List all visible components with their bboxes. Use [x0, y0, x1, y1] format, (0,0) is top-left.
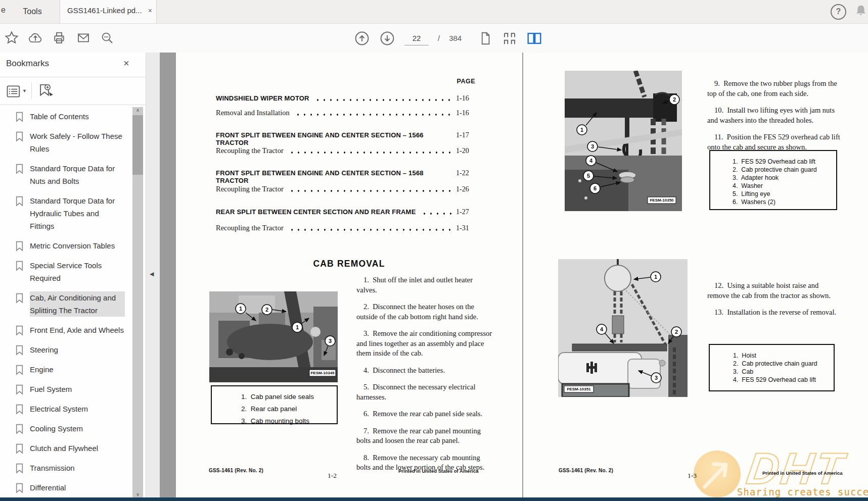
bookmark-icon: [15, 325, 24, 336]
steps-column: 1. Shut off the inlet and outlet heater …: [356, 275, 493, 480]
bookmark-icon: [15, 424, 24, 434]
bookmarks-close-icon[interactable]: ×: [123, 58, 129, 69]
svg-text:FESM-10350: FESM-10350: [650, 198, 674, 203]
steps-column-top: 9. Remove the two rubber plugs from the …: [707, 79, 841, 159]
hoist-legend: 1. Hoist 2. Cab protective chain guard 3…: [709, 344, 835, 391]
notification-bell-icon[interactable]: [854, 4, 868, 21]
bookmark-item-clutch-flywheel[interactable]: Clutch and Flywheel: [15, 442, 131, 455]
star-favorite-icon[interactable]: [4, 30, 19, 45]
toc-row: FRONT SPLIT BETWEEN ENGINE AND CENTER SE…: [216, 131, 477, 146]
toc-row: Recoupling the Tractor1-31: [216, 224, 477, 232]
footer-printed-note: Printed in United States of America: [398, 468, 479, 474]
collapse-sidebar-icon[interactable]: ◀: [150, 271, 154, 277]
footer-doc-number: GSS-1461 (Rev. No. 2): [559, 468, 613, 473]
bookmark-item-table-of-contents[interactable]: Table of Contents: [15, 110, 131, 123]
selected-bookmark: Cab, Air Conditioning and Splitting The …: [30, 291, 125, 317]
tab-document[interactable]: GSS1461-Linked pd... ×: [60, 0, 157, 23]
scroll-up-icon[interactable]: ∧: [132, 108, 143, 113]
print-icon[interactable]: [52, 30, 67, 45]
tab-document-title: GSS1461-Linked pd...: [67, 6, 142, 15]
toc-row: FRONT SPLIT BETWEEN ENGINE AND CENTER SE…: [216, 169, 477, 184]
svg-text:6: 6: [593, 185, 597, 191]
tab-home-partial[interactable]: e: [1, 6, 6, 15]
sidebar-splitter[interactable]: ◀: [146, 53, 160, 497]
svg-text:1: 1: [239, 306, 242, 312]
bookmark-item-metric-conversion[interactable]: Metric Conversion Tables: [15, 239, 131, 252]
bookmarks-panel: Bookmarks × ▼ Table of Contents Work Saf…: [0, 53, 146, 497]
tab-close-icon[interactable]: ×: [148, 7, 152, 15]
document-area: PAGE WINDSHIELD WIPER MOTOR1-16 Removal …: [160, 53, 868, 497]
bookmark-options-icon[interactable]: [6, 84, 21, 98]
pdf-toolbar: / 384: [0, 24, 868, 53]
chevron-down-icon[interactable]: ▼: [22, 88, 27, 93]
watermark-arrow-badge: [694, 450, 741, 497]
toc-row: WINDSHIELD WIPER MOTOR1-16: [216, 94, 477, 103]
watermark-brand: DHT: [744, 446, 848, 491]
bookmark-icon: [15, 483, 24, 493]
bookmark-item-torque-nuts-bolts[interactable]: Standard Torque Data for Nuts and Bolts: [15, 162, 131, 187]
bookmark-item-front-end-axle[interactable]: Front End, Axle and Wheels: [15, 324, 131, 336]
email-icon[interactable]: [76, 30, 91, 45]
bookmark-icon: [15, 261, 24, 271]
pdf-page-right: 1 2 3 4 5 6 FESM-10350 9. Remove the two…: [523, 53, 868, 497]
photo-cab-interior: 1 2 1 3 FESM-10349: [209, 291, 338, 382]
bookmark-icon: [15, 463, 24, 474]
search-icon[interactable]: [100, 30, 115, 45]
photo-label: FESM-10350: [648, 197, 676, 204]
page-number-input[interactable]: [404, 31, 429, 45]
bookmark-item-torque-hydraulic[interactable]: Standard Torque Data for Hydraulic Tubes…: [15, 194, 131, 232]
bookmark-item-engine[interactable]: Engine: [15, 363, 131, 376]
expand-current-bookmark-icon[interactable]: [37, 83, 55, 99]
bookmark-item-transmission[interactable]: Transmission: [15, 462, 131, 474]
bookmark-icon: [15, 443, 24, 454]
page-display-grid-icon[interactable]: [502, 31, 517, 46]
toc-row: Removal and Installation1-16: [216, 109, 477, 117]
cloud-upload-icon[interactable]: [28, 30, 43, 45]
toc-page-header: PAGE: [216, 78, 475, 85]
bookmarks-toolbar: ▼: [0, 77, 146, 105]
svg-text:3: 3: [329, 338, 332, 344]
photo-legend: 1. Cab panel side seals 2. Rear cab pane…: [211, 385, 338, 424]
bookmarks-list: Table of Contents Work Safely - Follow T…: [0, 105, 131, 497]
bookmark-item-special-tools[interactable]: Special Service Tools Required: [15, 259, 131, 284]
svg-text:2: 2: [675, 329, 678, 335]
svg-text:1: 1: [580, 127, 583, 133]
bookmarks-header: Bookmarks ×: [0, 53, 146, 77]
bookmark-item-steering[interactable]: Steering: [15, 343, 131, 356]
bookmark-item-differential[interactable]: Differential: [15, 481, 131, 494]
page-navigation: / 384: [354, 24, 542, 53]
bookmark-item-cooling-system[interactable]: Cooling System: [15, 422, 131, 435]
bookmark-icon: [15, 196, 24, 207]
bookmark-icon: [15, 404, 24, 415]
bookmark-item-electrical-system[interactable]: Electrical System: [15, 403, 131, 415]
scrollbar-thumb[interactable]: [132, 115, 143, 175]
two-page-view-icon[interactable]: [526, 31, 542, 46]
previous-page-icon[interactable]: [354, 30, 370, 46]
svg-text:4: 4: [589, 158, 593, 164]
bookmark-icon: [15, 365, 24, 375]
svg-text:FESM-10351: FESM-10351: [567, 387, 591, 391]
bookmark-item-work-safely[interactable]: Work Safely - Follow These Rules: [15, 130, 131, 155]
bookmark-icon: [15, 112, 24, 122]
page-total: 384: [449, 34, 462, 42]
bookmark-icon: [15, 384, 24, 395]
bookmark-item-fuel-system[interactable]: Fuel System: [15, 383, 131, 395]
footer-printed-note: Printed in United States of America: [762, 470, 843, 476]
toc-row: Recoupling the Tractor1-20: [216, 146, 477, 155]
photo-cab-hoisted: 1 4 2 3 FESM-10351: [558, 259, 688, 397]
scroll-down-icon[interactable]: ∨: [132, 492, 143, 497]
pdf-page-left: PAGE WINDSHIELD WIPER MOTOR1-16 Removal …: [176, 53, 522, 497]
tab-tools[interactable]: Tools: [17, 0, 48, 23]
photo-label: FESM-10351: [564, 386, 593, 392]
svg-text:2: 2: [265, 307, 268, 313]
photo-label: FESM-10349: [309, 370, 336, 376]
svg-text:3: 3: [655, 375, 658, 381]
help-icon[interactable]: ?: [831, 4, 846, 20]
bookmark-item-cab-air-conditioning[interactable]: Cab, Air Conditioning and Splitting The …: [15, 291, 131, 317]
svg-text:2: 2: [673, 96, 676, 103]
svg-text:FESM-10349: FESM-10349: [310, 371, 335, 375]
next-page-icon[interactable]: [379, 30, 395, 46]
sidebar-scrollbar[interactable]: ∧ ∨: [132, 107, 143, 497]
section-title: CAB REMOVAL: [287, 259, 411, 269]
single-page-view-icon[interactable]: [478, 31, 493, 46]
